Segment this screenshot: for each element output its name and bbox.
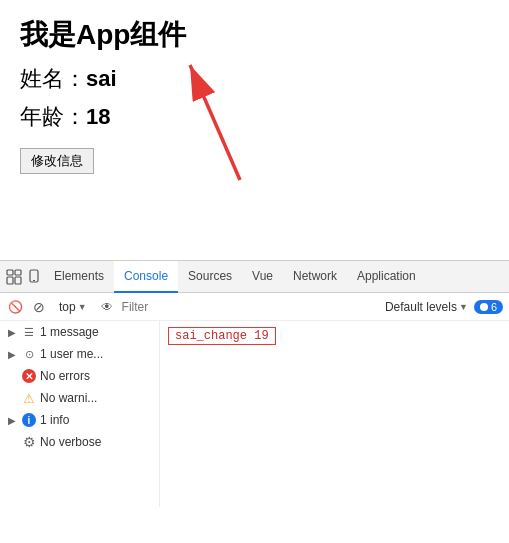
tab-elements[interactable]: Elements [44, 261, 114, 293]
expand-arrow-info: ▶ [8, 415, 18, 426]
tab-network[interactable]: Network [283, 261, 347, 293]
messages-label: 1 message [40, 325, 155, 339]
chat-icon [480, 303, 488, 311]
console-sidebar: ▶ ☰ 1 message ▶ ⊙ 1 user me... ▶ ✕ No er… [0, 321, 160, 507]
default-levels-label: Default levels [385, 300, 457, 314]
name-value: sai [86, 66, 117, 91]
chevron-down-icon: ▼ [78, 302, 87, 312]
age-value: 18 [86, 104, 110, 129]
svg-point-8 [480, 303, 488, 311]
console-output-line: sai_change 19 [168, 325, 501, 347]
sidebar-item-errors[interactable]: ▶ ✕ No errors [0, 365, 159, 387]
expand-arrow-messages: ▶ [8, 327, 18, 338]
svg-rect-3 [15, 270, 21, 275]
devtools-panel: Elements Console Sources Vue Network App… [0, 260, 509, 543]
expand-arrow-user: ▶ [8, 349, 18, 360]
devtools-tab-bar: Elements Console Sources Vue Network App… [0, 261, 509, 293]
inspect-icon[interactable] [4, 267, 24, 287]
info-icon: i [22, 413, 36, 427]
filter-input[interactable] [122, 297, 379, 317]
verbose-label: No verbose [40, 435, 155, 449]
errors-label: No errors [40, 369, 155, 383]
app-content: 我是App组件 姓名：sai 年龄：18 修改信息 [0, 0, 509, 260]
user-label: 1 user me... [40, 347, 155, 361]
verbose-icon: ⚙ [22, 435, 36, 449]
svg-rect-5 [15, 277, 21, 284]
sidebar-item-verbose[interactable]: ▶ ⚙ No verbose [0, 431, 159, 453]
svg-rect-2 [7, 270, 13, 275]
eye-icon[interactable]: 👁 [98, 298, 116, 316]
block-icon[interactable]: 🚫 [6, 298, 24, 316]
badge-count: 6 [491, 301, 497, 313]
tab-application[interactable]: Application [347, 261, 426, 293]
context-selector[interactable]: top ▼ [54, 298, 92, 316]
error-icon: ✕ [22, 369, 36, 383]
warning-icon: ⚠ [22, 391, 36, 405]
app-age: 年龄：18 [20, 102, 489, 132]
context-label: top [59, 300, 76, 314]
chevron-down-icon-2: ▼ [459, 302, 468, 312]
console-log-area: ▶ ☰ 1 message ▶ ⊙ 1 user me... ▶ ✕ No er… [0, 321, 509, 507]
app-name: 姓名：sai [20, 64, 489, 94]
name-label: 姓名： [20, 66, 86, 91]
sidebar-item-warnings[interactable]: ▶ ⚠ No warni... [0, 387, 159, 409]
tab-vue[interactable]: Vue [242, 261, 283, 293]
sidebar-item-messages[interactable]: ▶ ☰ 1 message [0, 321, 159, 343]
age-label: 年龄： [20, 104, 86, 129]
info-label: 1 info [40, 413, 155, 427]
console-output-box: sai_change 19 [168, 327, 276, 345]
tab-sources[interactable]: Sources [178, 261, 242, 293]
svg-rect-4 [7, 277, 13, 284]
user-icon: ⊙ [22, 347, 36, 361]
list-icon: ☰ [22, 325, 36, 339]
sidebar-item-user[interactable]: ▶ ⊙ 1 user me... [0, 343, 159, 365]
device-icon[interactable] [24, 267, 44, 287]
app-title: 我是App组件 [20, 16, 489, 54]
warnings-label: No warni... [40, 391, 155, 405]
default-levels-selector[interactable]: Default levels ▼ [385, 300, 468, 314]
console-filter-bar: 🚫 ⊘ top ▼ 👁 Default levels ▼ 6 [0, 293, 509, 321]
message-badge: 6 [474, 300, 503, 314]
modify-info-button[interactable]: 修改信息 [20, 148, 94, 174]
clear-icon[interactable]: ⊘ [30, 298, 48, 316]
tab-console[interactable]: Console [114, 261, 178, 293]
sidebar-item-info[interactable]: ▶ i 1 info [0, 409, 159, 431]
console-main: sai_change 19 [160, 321, 509, 507]
